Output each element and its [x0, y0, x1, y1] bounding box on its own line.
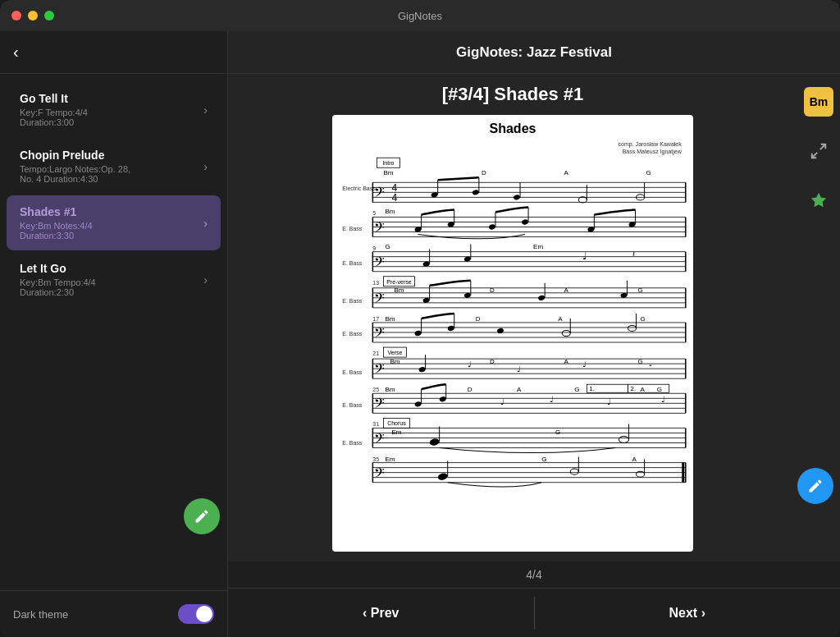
settings-button[interactable] [804, 186, 833, 215]
back-button[interactable]: ‹ [13, 43, 19, 62]
main-content: ‹ Go Tell It Key:F Tempo:4/4 Duration:3:… [0, 31, 840, 637]
svg-point-117 [628, 325, 637, 331]
svg-text:Chorus: Chorus [387, 420, 406, 426]
svg-point-114 [496, 328, 504, 334]
svg-line-26 [438, 177, 479, 180]
svg-text:2.: 2. [631, 385, 637, 392]
svg-text:𝄢: 𝄢 [374, 254, 385, 273]
svg-text:Bm: Bm [385, 315, 395, 323]
svg-point-48 [521, 219, 528, 226]
svg-text:G: G [641, 315, 646, 323]
song-item-go-tell-it[interactable]: Go Tell It Key:F Tempo:4/4 Duration:3:00… [7, 82, 221, 137]
next-button[interactable]: Next › [535, 589, 841, 637]
song-name: Chopin Prelude [20, 149, 203, 162]
song-meta-2: No. 4 Duration:4:30 [20, 174, 203, 184]
svg-point-203 [637, 471, 645, 477]
svg-text:Bm: Bm [383, 169, 393, 176]
svg-text:comp. Jarosław Kawałek: comp. Jarosław Kawałek [619, 141, 682, 148]
edit-fab-left[interactable] [184, 498, 220, 534]
svg-text:𝄢: 𝄢 [374, 291, 385, 309]
svg-point-185 [619, 436, 628, 442]
svg-text:𝄢: 𝄢 [374, 465, 385, 483]
svg-text:E. Bass: E. Bass [342, 331, 363, 337]
chevron-right-icon: › [203, 103, 208, 117]
svg-text:♩: ♩ [468, 360, 472, 369]
svg-point-27 [578, 197, 587, 203]
svg-text:♩: ♩ [661, 395, 665, 404]
svg-text:Em: Em [533, 243, 543, 250]
svg-text:𝄢: 𝄢 [374, 396, 385, 414]
svg-point-115 [562, 330, 570, 336]
svg-text:Bass Mateusz Ignatjew: Bass Mateusz Ignatjew [623, 149, 682, 155]
svg-text:Electric Bass: Electric Bass [342, 186, 376, 191]
song-meta: Key:Bm Tempo:4/4 [20, 277, 203, 287]
svg-point-22 [472, 189, 479, 195]
song-item-chopin-prelude[interactable]: Chopin Prelude Tempo:Largo Notes:Op. 28,… [7, 139, 221, 194]
dark-theme-toggle[interactable] [178, 604, 214, 624]
minimize-button[interactable] [28, 11, 38, 21]
svg-point-199 [437, 472, 449, 481]
svg-text:E. Bass: E. Bass [342, 402, 363, 408]
song-info: Chopin Prelude Tempo:Largo Notes:Op. 28,… [20, 149, 203, 184]
svg-text:13: 13 [372, 280, 379, 286]
svg-text:Em: Em [391, 428, 401, 436]
song-name: Let It Go [20, 262, 203, 275]
dark-theme-label: Dark theme [13, 608, 68, 621]
svg-text:A: A [558, 315, 563, 323]
song-meta-2: Duration:3:30 [20, 231, 203, 241]
main-title: GigNotes: Jazz Festival [456, 44, 612, 61]
svg-point-92 [537, 295, 545, 301]
song-meta-2: Duration:2:30 [20, 287, 203, 297]
svg-text:Em: Em [385, 456, 395, 463]
svg-text:♩: ♩ [582, 360, 587, 369]
content-area: [#3/4] Shades #1 Shades comp. Jarosław K… [228, 74, 840, 561]
svg-point-112 [447, 325, 454, 332]
svg-text:D: D [482, 169, 486, 176]
main-header: GigNotes: Jazz Festival [228, 31, 840, 74]
svg-point-183 [429, 438, 441, 447]
svg-text:Shades: Shades [489, 121, 536, 135]
fullscreen-button[interactable] [804, 136, 833, 166]
svg-text:17: 17 [372, 316, 379, 322]
song-item-shades[interactable]: Shades #1 Key:Bm Notes:4/4 Duration:3:30… [7, 195, 221, 250]
chevron-right-icon: › [203, 160, 208, 173]
svg-text:G: G [657, 386, 662, 393]
svg-text:𝄢: 𝄢 [374, 220, 385, 238]
song-info: Let It Go Key:Bm Tempo:4/4 Duration:2:30 [20, 262, 203, 297]
svg-text:D: D [476, 315, 481, 323]
svg-point-24 [513, 194, 520, 200]
svg-point-161 [414, 401, 422, 407]
song-meta-2: Duration:3:00 [20, 117, 203, 127]
svg-text:G: G [541, 456, 546, 463]
maximize-button[interactable] [44, 11, 54, 21]
song-info: Go Tell It Key:F Tempo:4/4 Duration:3:00 [20, 92, 203, 127]
svg-text:D: D [468, 386, 472, 393]
sheet-music: Shades comp. Jarosław Kawałek Bass Mateu… [332, 115, 693, 552]
svg-text:4: 4 [391, 192, 397, 204]
song-meta: Key:Bm Notes:4/4 [20, 221, 203, 231]
sheet-container: [#3/4] Shades #1 Shades comp. Jarosław K… [228, 74, 797, 561]
key-badge: Bm [804, 87, 833, 117]
svg-text:E. Bass: E. Bass [342, 260, 363, 266]
song-name: Shades #1 [20, 205, 203, 218]
titlebar: GigNotes [0, 0, 840, 31]
song-name: Go Tell It [20, 92, 203, 105]
edit-fab-right[interactable] [797, 468, 833, 504]
close-button[interactable] [11, 11, 21, 21]
prev-button[interactable]: ‹ Prev [228, 589, 534, 637]
svg-text:25: 25 [372, 387, 379, 392]
svg-text:31: 31 [372, 421, 379, 427]
song-item-let-it-go[interactable]: Let It Go Key:Bm Tempo:4/4 Duration:2:30… [7, 252, 221, 307]
svg-text:♩: ♩ [607, 397, 611, 406]
sidebar-header: ‹ [0, 31, 227, 74]
svg-text:♩: ♩ [582, 250, 587, 262]
svg-text:Bm: Bm [385, 208, 395, 215]
svg-text:G: G [385, 243, 390, 250]
svg-text:21: 21 [372, 351, 379, 356]
svg-text:Verse: Verse [387, 350, 402, 355]
svg-text:𝄢: 𝄢 [374, 361, 385, 379]
svg-text:G: G [646, 169, 651, 176]
svg-line-206 [820, 144, 825, 149]
bottom-nav: ‹ Prev Next › [228, 588, 840, 637]
svg-text:𝄢: 𝄢 [374, 431, 385, 449]
